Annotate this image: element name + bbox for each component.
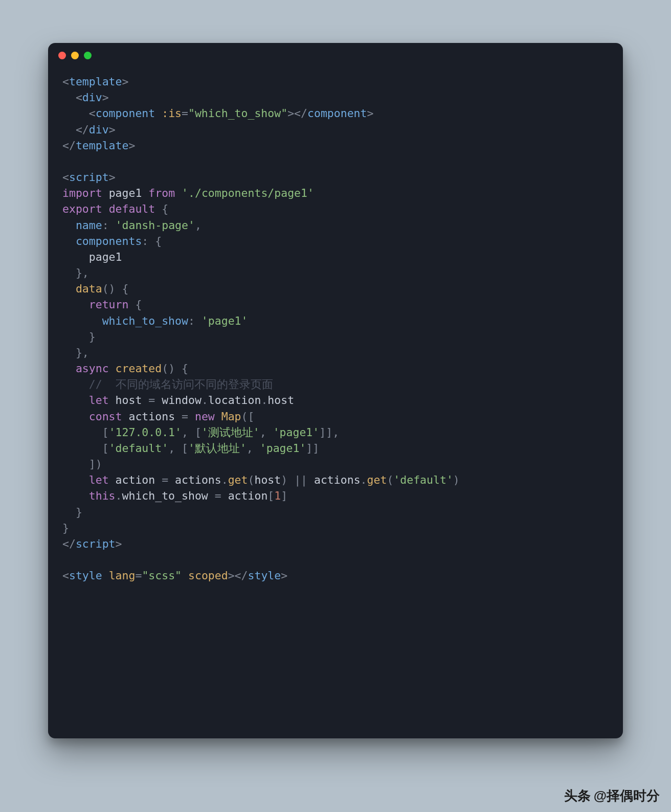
tag-style: style [69,569,102,582]
attr-is: :is [162,107,182,120]
code-window: <template> <div> <component :is="which_t… [48,43,623,738]
watermark: 头条 @择偶时分 [564,787,660,805]
fn-created: created [116,362,162,375]
str-import-path: './components/page1' [182,187,314,199]
minimize-icon[interactable] [71,52,79,59]
watermark-handle: @择偶时分 [594,787,660,805]
maximize-icon[interactable] [84,52,92,59]
close-icon[interactable] [58,52,66,59]
val-which-to-show: "which_to_show" [188,107,287,120]
tag-template: template [69,75,122,88]
tag-component: component [96,107,155,120]
prop-components: components [76,235,142,247]
code-comment: // 不同的域名访问不同的登录页面 [89,378,273,391]
kw-import: import [62,187,102,199]
tag-script: script [69,171,109,184]
prop-name: name [76,219,102,232]
tag-div: div [82,91,102,104]
watermark-prefix: 头条 [564,787,591,805]
window-titlebar [48,43,623,67]
fn-data: data [76,282,102,295]
code-block: <template> <div> <component :is="which_t… [48,67,623,598]
